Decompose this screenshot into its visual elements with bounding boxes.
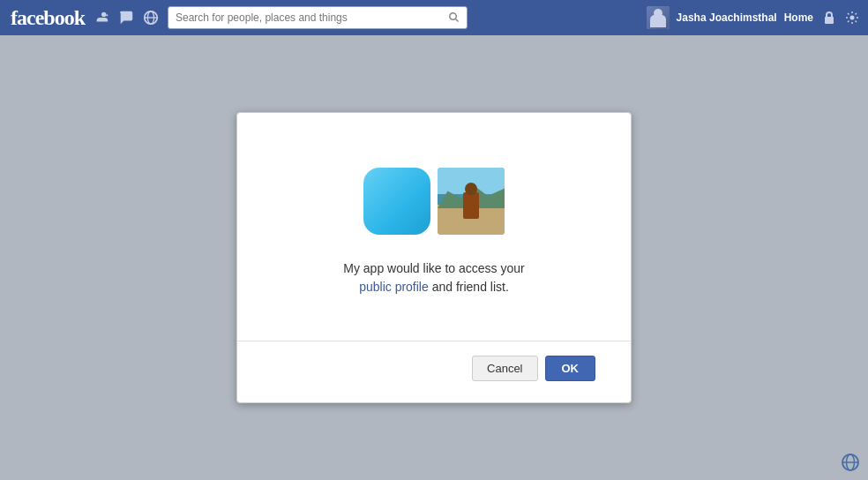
friend-requests-icon[interactable] [92,8,111,27]
home-link[interactable]: Home [784,11,813,24]
public-profile-link[interactable]: public profile [359,280,429,294]
right-icons [820,9,861,26]
svg-line-4 [456,19,459,22]
cancel-button[interactable]: Cancel [472,356,537,381]
dialog-footer: Cancel OK [273,356,595,381]
svg-point-3 [450,13,457,20]
ok-button[interactable]: OK [545,356,596,381]
search-input[interactable] [176,11,449,24]
navbar-right: Jasha Joachimsthal Home [647,6,861,29]
globe-icon[interactable] [141,8,161,27]
app-user-icons [363,168,505,235]
messages-icon[interactable] [116,8,136,27]
permission-text: My app would like to access your public … [343,259,524,296]
svg-rect-5 [825,17,834,24]
avatar[interactable] [647,6,670,29]
language-globe-icon[interactable] [840,452,861,473]
user-photo [438,168,505,235]
page-background: My app would like to access your public … [0,35,868,480]
dialog-divider [237,341,631,341]
lock-icon[interactable] [820,9,838,26]
navbar-nav-icons [92,8,161,27]
permission-text-2: and friend list. [432,280,509,294]
search-button[interactable] [449,12,460,23]
svg-point-6 [850,16,855,20]
permission-dialog: My app would like to access your public … [236,112,632,403]
search-bar[interactable] [168,6,468,29]
navbar: facebook [0,0,868,35]
settings-icon[interactable] [843,9,861,26]
dialog-content: My app would like to access your public … [273,148,595,319]
facebook-logo: facebook [11,6,85,30]
username-label[interactable]: Jasha Joachimsthal [677,11,777,24]
app-icon [363,168,430,235]
